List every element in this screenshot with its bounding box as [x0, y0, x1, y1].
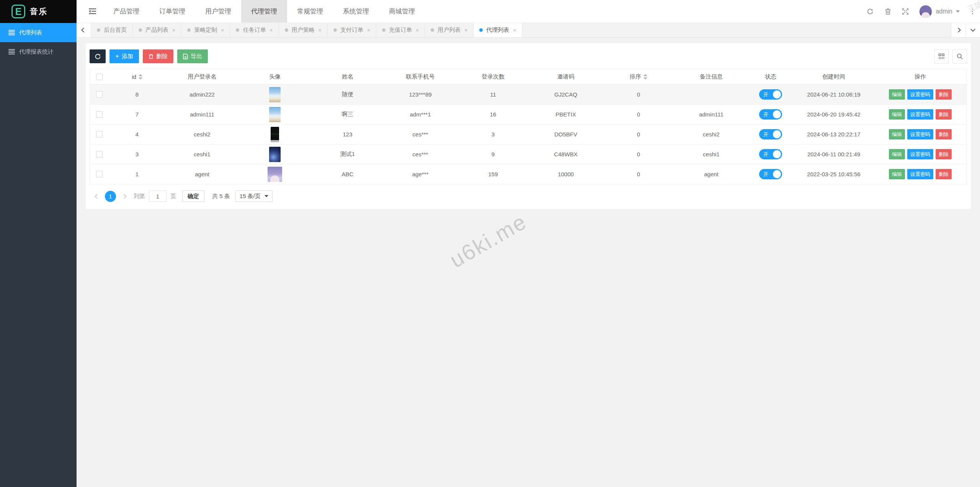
set-password-button[interactable]: 设置密码 [907, 109, 933, 120]
columns-filter-icon[interactable] [934, 49, 949, 64]
user-menu[interactable]: admin [919, 5, 960, 18]
page-size-select[interactable]: 15 条/页 [235, 190, 273, 202]
tabs-menu-icon[interactable] [965, 23, 980, 37]
column-header-sort[interactable]: 排序 [602, 69, 675, 84]
top-header: 产品管理 订单管理 用户管理 代理管理 常规管理 系统管理 商城管理 [77, 0, 980, 23]
column-header-invite-code: 邀请码 [529, 69, 602, 84]
delete-button[interactable]: 删除 [936, 89, 952, 100]
tab[interactable]: 支付订单 × [328, 23, 376, 37]
delete-button[interactable]: 删除 [936, 109, 952, 120]
edit-button[interactable]: 编辑 [889, 89, 905, 100]
cell-login: admin222 [166, 85, 238, 104]
refresh-table-button[interactable] [90, 49, 106, 63]
fullscreen-icon[interactable] [902, 8, 909, 15]
add-button[interactable]: + 添加 [109, 49, 139, 63]
nav-item[interactable]: 系统管理 [333, 0, 379, 23]
refresh-icon[interactable] [866, 8, 874, 15]
status-toggle[interactable]: 开 [759, 149, 782, 159]
row-checkbox[interactable] [96, 91, 103, 98]
status-toggle[interactable]: 开 [759, 109, 782, 120]
set-password-button[interactable]: 设置密码 [907, 169, 933, 179]
tab-dot-icon [139, 28, 142, 32]
close-tab-icon[interactable]: × [513, 27, 516, 33]
close-tab-icon[interactable]: × [172, 27, 175, 33]
cell-remark: agent [675, 164, 748, 184]
set-password-button[interactable]: 设置密码 [907, 149, 933, 159]
row-checkbox[interactable] [96, 171, 103, 177]
sidebar-item[interactable]: 代理列表 [0, 23, 77, 42]
export-button[interactable]: 导出 [177, 49, 208, 63]
table-row: 4 ceshi2 123 ces*** 3 DO5BFV 0 ceshi2 开 [90, 125, 967, 144]
sort-icon[interactable] [644, 74, 647, 80]
select-all-checkbox[interactable] [96, 74, 103, 80]
nav-item[interactable]: 常规管理 [287, 0, 333, 23]
close-tab-icon[interactable]: × [318, 27, 322, 33]
table-header-row: id 用户登录名 头像 姓名 联系手机号 登录次数 邀请码 排序 备注信息 状态… [90, 69, 967, 85]
column-header-id[interactable]: id [108, 69, 166, 84]
tab[interactable]: 产品列表 × [133, 23, 181, 37]
row-checkbox[interactable] [96, 111, 103, 118]
prev-page-icon[interactable] [91, 190, 103, 202]
delete-selected-button[interactable]: 删除 [143, 49, 173, 63]
delete-button[interactable]: 删除 [936, 169, 952, 179]
trash-icon[interactable] [884, 8, 892, 15]
edit-button[interactable]: 编辑 [889, 109, 905, 120]
nav-item[interactable]: 商城管理 [379, 0, 425, 23]
edit-button[interactable]: 编辑 [889, 169, 905, 179]
delete-button[interactable]: 删除 [936, 129, 952, 139]
close-tab-icon[interactable]: × [367, 27, 370, 33]
brand-logo: E 音乐 [0, 0, 77, 23]
tab[interactable]: 策略定制 × [181, 23, 230, 37]
tab[interactable]: 用户列表 × [425, 23, 474, 37]
cell-name: ABC [311, 164, 384, 184]
sort-icon[interactable] [139, 74, 142, 80]
goto-prefix: 到第 [134, 193, 145, 200]
toggle-knob [773, 90, 781, 98]
tab[interactable]: 代理列表 × [474, 23, 522, 37]
column-header-avatar: 头像 [238, 69, 311, 84]
delete-button[interactable]: 删除 [936, 149, 952, 159]
row-checkbox[interactable] [96, 151, 103, 157]
close-tab-icon[interactable]: × [270, 27, 273, 33]
list-icon [8, 30, 15, 35]
tab[interactable]: 任务订单 × [230, 23, 279, 37]
column-header-name: 姓名 [311, 69, 384, 84]
nav-item[interactable]: 订单管理 [149, 0, 195, 23]
tabs-scroll-left-icon[interactable] [77, 23, 91, 37]
total-count: 共 5 条 [212, 193, 230, 200]
tab-dot-icon [236, 28, 239, 32]
close-tab-icon[interactable]: × [416, 27, 419, 33]
row-checkbox[interactable] [96, 131, 103, 138]
collapse-sidebar-icon[interactable] [84, 0, 100, 23]
next-page-icon[interactable] [118, 190, 130, 202]
page-number[interactable]: 1 [105, 191, 116, 202]
tab-dot-icon [97, 28, 100, 32]
cell-id: 7 [108, 105, 166, 124]
close-tab-icon[interactable]: × [464, 27, 467, 33]
status-toggle[interactable]: 开 [759, 129, 782, 139]
set-password-button[interactable]: 设置密码 [907, 89, 933, 100]
goto-page-input[interactable]: 1 [149, 190, 167, 202]
goto-confirm-button[interactable]: 确定 [182, 190, 204, 202]
tabs-scroll-right-icon[interactable] [951, 23, 965, 37]
toggle-knob [773, 150, 781, 158]
tab[interactable]: 后台首页 × [91, 23, 133, 37]
status-toggle[interactable]: 开 [759, 169, 782, 179]
edit-button[interactable]: 编辑 [889, 149, 905, 159]
nav-item[interactable]: 用户管理 [195, 0, 241, 23]
cell-remark: ceshi1 [675, 144, 748, 164]
column-header-phone: 联系手机号 [384, 69, 457, 84]
tab[interactable]: 充值订单 × [376, 23, 425, 37]
tab[interactable]: 用户策略 × [279, 23, 328, 37]
close-tab-icon[interactable]: × [221, 27, 224, 33]
search-icon[interactable] [952, 49, 967, 64]
edit-button[interactable]: 编辑 [889, 129, 905, 139]
set-password-button[interactable]: 设置密码 [907, 129, 933, 139]
nav-item[interactable]: 产品管理 [103, 0, 149, 23]
tab-label: 充值订单 [389, 26, 412, 34]
sidebar-item[interactable]: 代理报表统计 [0, 42, 77, 61]
tab-label: 产品列表 [145, 26, 168, 34]
status-toggle[interactable]: 开 [759, 89, 782, 100]
nav-item[interactable]: 代理管理 [241, 0, 287, 23]
more-vertical-icon[interactable] [970, 8, 975, 15]
